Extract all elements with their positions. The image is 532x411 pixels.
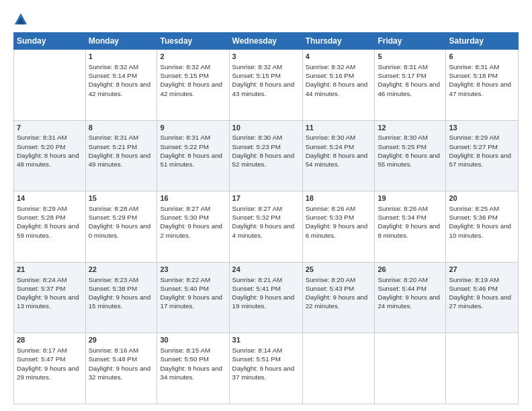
day-cell: 14Sunrise: 8:29 AMSunset: 5:28 PMDayligh… — [14, 191, 86, 263]
day-info: Sunrise: 8:30 AMSunset: 5:25 PMDaylight:… — [378, 133, 443, 169]
day-number: 2 — [160, 52, 226, 62]
weekday-wednesday: Wednesday — [229, 33, 302, 50]
day-cell: 7Sunrise: 8:31 AMSunset: 5:20 PMDaylight… — [14, 120, 86, 191]
day-cell — [302, 333, 375, 404]
day-cell: 20Sunrise: 8:25 AMSunset: 5:36 PMDayligh… — [446, 191, 519, 263]
day-info: Sunrise: 8:23 AMSunset: 5:38 PMDaylight:… — [89, 275, 154, 311]
day-cell: 6Sunrise: 8:31 AMSunset: 5:18 PMDaylight… — [446, 50, 519, 121]
day-number: 15 — [89, 193, 154, 203]
weekday-tuesday: Tuesday — [157, 33, 229, 50]
day-cell: 16Sunrise: 8:27 AMSunset: 5:30 PMDayligh… — [157, 191, 229, 263]
day-info: Sunrise: 8:20 AMSunset: 5:44 PMDaylight:… — [378, 275, 443, 311]
day-number: 11 — [306, 123, 372, 133]
calendar: SundayMondayTuesdayWednesdayThursdayFrid… — [13, 32, 519, 404]
day-cell — [446, 333, 519, 404]
day-info: Sunrise: 8:24 AMSunset: 5:37 PMDaylight:… — [17, 275, 83, 311]
day-number: 4 — [306, 52, 372, 62]
day-cell — [375, 333, 446, 404]
day-cell: 12Sunrise: 8:30 AMSunset: 5:25 PMDayligh… — [375, 120, 446, 191]
day-cell: 23Sunrise: 8:22 AMSunset: 5:40 PMDayligh… — [157, 262, 229, 333]
day-cell: 1Sunrise: 8:32 AMSunset: 5:14 PMDaylight… — [85, 50, 157, 121]
day-number: 30 — [160, 335, 226, 345]
day-info: Sunrise: 8:27 AMSunset: 5:32 PMDaylight:… — [232, 204, 300, 240]
weekday-thursday: Thursday — [302, 33, 375, 50]
day-info: Sunrise: 8:26 AMSunset: 5:33 PMDaylight:… — [306, 204, 372, 240]
day-number: 27 — [449, 265, 515, 275]
day-number: 10 — [232, 123, 300, 133]
day-cell: 21Sunrise: 8:24 AMSunset: 5:37 PMDayligh… — [14, 262, 86, 333]
day-cell: 25Sunrise: 8:20 AMSunset: 5:43 PMDayligh… — [302, 262, 375, 333]
day-number: 17 — [232, 193, 300, 203]
day-info: Sunrise: 8:19 AMSunset: 5:46 PMDaylight:… — [449, 275, 515, 311]
day-number: 29 — [89, 335, 154, 345]
day-number: 16 — [160, 193, 226, 203]
day-info: Sunrise: 8:31 AMSunset: 5:21 PMDaylight:… — [89, 133, 154, 169]
day-info: Sunrise: 8:22 AMSunset: 5:40 PMDaylight:… — [160, 275, 226, 311]
day-number: 5 — [378, 52, 443, 62]
weekday-sunday: Sunday — [14, 33, 86, 50]
day-info: Sunrise: 8:32 AMSunset: 5:15 PMDaylight:… — [232, 62, 300, 98]
day-cell: 2Sunrise: 8:32 AMSunset: 5:15 PMDaylight… — [157, 50, 229, 121]
day-cell: 8Sunrise: 8:31 AMSunset: 5:21 PMDaylight… — [85, 120, 157, 191]
logo-icon — [13, 12, 28, 27]
day-number: 12 — [378, 123, 443, 133]
day-cell: 11Sunrise: 8:30 AMSunset: 5:24 PMDayligh… — [302, 120, 375, 191]
day-info: Sunrise: 8:20 AMSunset: 5:43 PMDaylight:… — [306, 275, 372, 311]
day-info: Sunrise: 8:28 AMSunset: 5:29 PMDaylight:… — [89, 204, 154, 240]
day-cell: 5Sunrise: 8:31 AMSunset: 5:17 PMDaylight… — [375, 50, 446, 121]
day-info: Sunrise: 8:31 AMSunset: 5:20 PMDaylight:… — [17, 133, 83, 169]
day-info: Sunrise: 8:29 AMSunset: 5:27 PMDaylight:… — [449, 133, 515, 169]
day-cell: 3Sunrise: 8:32 AMSunset: 5:15 PMDaylight… — [229, 50, 302, 121]
day-info: Sunrise: 8:31 AMSunset: 5:17 PMDaylight:… — [378, 62, 443, 98]
day-number: 24 — [232, 265, 300, 275]
day-number: 13 — [449, 123, 515, 133]
day-number: 3 — [232, 52, 300, 62]
day-info: Sunrise: 8:27 AMSunset: 5:30 PMDaylight:… — [160, 204, 226, 240]
day-cell: 24Sunrise: 8:21 AMSunset: 5:41 PMDayligh… — [229, 262, 302, 333]
day-info: Sunrise: 8:25 AMSunset: 5:36 PMDaylight:… — [449, 204, 515, 240]
day-number: 19 — [378, 193, 443, 203]
day-number: 28 — [17, 335, 83, 345]
day-cell: 17Sunrise: 8:27 AMSunset: 5:32 PMDayligh… — [229, 191, 302, 263]
day-cell: 27Sunrise: 8:19 AMSunset: 5:46 PMDayligh… — [446, 262, 519, 333]
day-info: Sunrise: 8:31 AMSunset: 5:22 PMDaylight:… — [160, 133, 226, 169]
day-cell: 29Sunrise: 8:16 AMSunset: 5:48 PMDayligh… — [85, 333, 157, 404]
day-number: 9 — [160, 123, 226, 133]
day-cell: 19Sunrise: 8:26 AMSunset: 5:34 PMDayligh… — [375, 191, 446, 263]
day-cell: 30Sunrise: 8:15 AMSunset: 5:50 PMDayligh… — [157, 333, 229, 404]
day-info: Sunrise: 8:30 AMSunset: 5:24 PMDaylight:… — [306, 133, 372, 169]
day-number: 23 — [160, 265, 226, 275]
logo — [13, 12, 31, 27]
day-cell: 22Sunrise: 8:23 AMSunset: 5:38 PMDayligh… — [85, 262, 157, 333]
day-info: Sunrise: 8:30 AMSunset: 5:23 PMDaylight:… — [232, 133, 300, 169]
day-cell: 9Sunrise: 8:31 AMSunset: 5:22 PMDaylight… — [157, 120, 229, 191]
day-info: Sunrise: 8:15 AMSunset: 5:50 PMDaylight:… — [160, 346, 226, 381]
day-info: Sunrise: 8:32 AMSunset: 5:15 PMDaylight:… — [160, 62, 226, 98]
day-number: 1 — [89, 52, 154, 62]
header — [13, 12, 519, 27]
day-number: 8 — [89, 123, 154, 133]
day-cell: 4Sunrise: 8:32 AMSunset: 5:16 PMDaylight… — [302, 50, 375, 121]
calendar-body: 1Sunrise: 8:32 AMSunset: 5:14 PMDaylight… — [14, 50, 519, 404]
week-row-3: 21Sunrise: 8:24 AMSunset: 5:37 PMDayligh… — [14, 262, 519, 333]
day-cell: 31Sunrise: 8:14 AMSunset: 5:51 PMDayligh… — [229, 333, 302, 404]
weekday-saturday: Saturday — [446, 33, 519, 50]
day-info: Sunrise: 8:32 AMSunset: 5:16 PMDaylight:… — [306, 62, 372, 98]
weekday-monday: Monday — [85, 33, 157, 50]
day-number: 21 — [17, 265, 83, 275]
day-info: Sunrise: 8:21 AMSunset: 5:41 PMDaylight:… — [232, 275, 300, 311]
day-cell: 15Sunrise: 8:28 AMSunset: 5:29 PMDayligh… — [85, 191, 157, 263]
day-number: 26 — [378, 265, 443, 275]
day-cell: 18Sunrise: 8:26 AMSunset: 5:33 PMDayligh… — [302, 191, 375, 263]
day-number: 14 — [17, 193, 83, 203]
day-cell: 13Sunrise: 8:29 AMSunset: 5:27 PMDayligh… — [446, 120, 519, 191]
day-info: Sunrise: 8:32 AMSunset: 5:14 PMDaylight:… — [89, 62, 154, 98]
weekday-friday: Friday — [375, 33, 446, 50]
week-row-0: 1Sunrise: 8:32 AMSunset: 5:14 PMDaylight… — [14, 50, 519, 121]
day-info: Sunrise: 8:17 AMSunset: 5:47 PMDaylight:… — [17, 346, 83, 381]
day-cell: 28Sunrise: 8:17 AMSunset: 5:47 PMDayligh… — [14, 333, 86, 404]
day-cell — [14, 50, 86, 121]
day-info: Sunrise: 8:29 AMSunset: 5:28 PMDaylight:… — [17, 204, 83, 240]
day-number: 7 — [17, 123, 83, 133]
day-number: 25 — [306, 265, 372, 275]
